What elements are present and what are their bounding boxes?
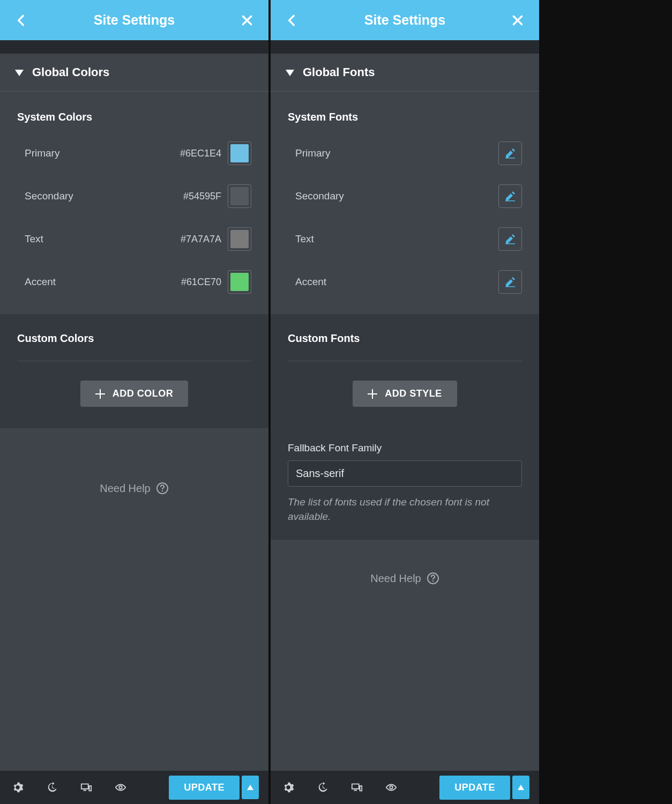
color-label: Text bbox=[25, 233, 43, 245]
chevron-left-icon bbox=[285, 13, 299, 27]
page-title: Site Settings bbox=[32, 12, 236, 28]
settings-button[interactable] bbox=[12, 781, 24, 793]
help-icon bbox=[156, 482, 169, 495]
color-swatch bbox=[230, 230, 249, 248]
svg-point-2 bbox=[119, 786, 122, 789]
need-help-label: Need Help bbox=[100, 482, 151, 495]
update-button[interactable]: UPDATE bbox=[439, 776, 510, 800]
color-row-text: Text #7A7A7A bbox=[0, 218, 268, 260]
back-button[interactable] bbox=[11, 10, 32, 31]
page-title: Site Settings bbox=[303, 12, 507, 28]
pencil-icon bbox=[505, 277, 516, 287]
font-row-accent: Accent bbox=[271, 260, 539, 303]
system-fonts-heading: System Fonts bbox=[271, 92, 539, 132]
preview-button[interactable] bbox=[385, 781, 397, 793]
spacer bbox=[271, 40, 539, 54]
fallback-font-input[interactable] bbox=[288, 460, 522, 487]
color-hex: #54595F bbox=[183, 191, 221, 202]
plus-icon bbox=[368, 389, 377, 399]
update-button[interactable]: UPDATE bbox=[169, 776, 240, 800]
back-button[interactable] bbox=[281, 10, 303, 31]
color-hex: #6EC1E4 bbox=[180, 148, 221, 159]
color-swatch-button[interactable] bbox=[228, 184, 251, 208]
chevron-left-icon bbox=[14, 13, 28, 27]
system-colors-heading: System Colors bbox=[0, 92, 268, 132]
color-swatch bbox=[230, 273, 249, 291]
panel-global-colors: Site Settings Global Colors System Color… bbox=[0, 0, 268, 804]
plus-icon bbox=[95, 389, 105, 399]
font-label: Primary bbox=[295, 147, 330, 159]
update-options-button[interactable] bbox=[512, 776, 529, 799]
gear-icon bbox=[282, 781, 294, 793]
svg-rect-3 bbox=[505, 158, 515, 159]
svg-point-9 bbox=[390, 786, 393, 789]
fallback-font-block: Fallback Font Family The list of fonts u… bbox=[271, 428, 539, 540]
need-help-link[interactable]: Need Help bbox=[0, 428, 268, 516]
chevron-down-icon bbox=[286, 65, 294, 79]
footer-toolbar: UPDATE bbox=[0, 771, 268, 804]
history-button[interactable] bbox=[46, 781, 58, 793]
color-label: Accent bbox=[25, 276, 56, 288]
edit-font-button[interactable] bbox=[498, 270, 522, 294]
custom-colors-heading: Custom Colors bbox=[17, 332, 251, 361]
color-swatch bbox=[230, 144, 249, 162]
footer-toolbar: UPDATE bbox=[271, 771, 539, 804]
add-style-button[interactable]: ADD STYLE bbox=[353, 381, 457, 407]
color-swatch-button[interactable] bbox=[228, 142, 251, 165]
eye-icon bbox=[115, 781, 126, 793]
color-row-primary: Primary #6EC1E4 bbox=[0, 132, 268, 175]
font-label: Accent bbox=[295, 276, 326, 288]
color-hex: #7A7A7A bbox=[181, 234, 221, 245]
settings-button[interactable] bbox=[282, 781, 294, 793]
close-button[interactable] bbox=[236, 10, 258, 31]
svg-point-8 bbox=[432, 580, 434, 582]
eye-icon bbox=[385, 781, 397, 793]
custom-colors-block: Custom Colors ADD COLOR bbox=[0, 314, 268, 428]
history-button[interactable] bbox=[317, 781, 328, 793]
help-icon bbox=[427, 572, 439, 585]
section-title: Global Fonts bbox=[303, 65, 375, 79]
edit-font-button[interactable] bbox=[498, 184, 522, 208]
topbar: Site Settings bbox=[0, 0, 268, 40]
color-swatch-button[interactable] bbox=[228, 270, 251, 294]
font-label: Text bbox=[295, 233, 314, 245]
preview-button[interactable] bbox=[115, 781, 126, 793]
section-header-global-fonts[interactable]: Global Fonts bbox=[271, 54, 539, 92]
responsive-icon bbox=[351, 781, 363, 793]
font-row-text: Text bbox=[271, 218, 539, 260]
update-options-button[interactable] bbox=[242, 776, 259, 799]
add-color-button[interactable]: ADD COLOR bbox=[80, 381, 189, 407]
fallback-font-description: The list of fonts used if the chosen fon… bbox=[288, 495, 522, 524]
custom-fonts-heading: Custom Fonts bbox=[288, 332, 522, 361]
close-icon bbox=[240, 13, 254, 27]
font-row-secondary: Secondary bbox=[271, 175, 539, 218]
close-icon bbox=[511, 13, 525, 27]
add-color-label: ADD COLOR bbox=[113, 388, 174, 399]
chevron-down-icon bbox=[15, 65, 24, 79]
custom-fonts-block: Custom Fonts ADD STYLE bbox=[271, 314, 539, 428]
edit-font-button[interactable] bbox=[498, 142, 522, 165]
font-row-primary: Primary bbox=[271, 132, 539, 175]
update-label: UPDATE bbox=[184, 782, 225, 793]
history-icon bbox=[317, 781, 328, 793]
svg-rect-4 bbox=[505, 200, 515, 202]
topbar: Site Settings bbox=[271, 0, 539, 40]
update-label: UPDATE bbox=[454, 782, 495, 793]
font-label: Secondary bbox=[295, 190, 344, 202]
color-swatch bbox=[230, 187, 249, 205]
pencil-icon bbox=[505, 234, 516, 244]
section-header-global-colors[interactable]: Global Colors bbox=[0, 54, 268, 92]
caret-up-icon bbox=[518, 785, 524, 790]
close-button[interactable] bbox=[507, 10, 528, 31]
pencil-icon bbox=[505, 148, 516, 159]
edit-font-button[interactable] bbox=[498, 227, 522, 251]
color-label: Secondary bbox=[25, 190, 73, 202]
spacer bbox=[0, 40, 268, 54]
history-icon bbox=[46, 781, 58, 793]
add-style-label: ADD STYLE bbox=[385, 388, 442, 399]
responsive-button[interactable] bbox=[80, 781, 92, 793]
responsive-button[interactable] bbox=[351, 781, 363, 793]
color-row-secondary: Secondary #54595F bbox=[0, 175, 268, 218]
need-help-link[interactable]: Need Help bbox=[271, 540, 539, 606]
color-swatch-button[interactable] bbox=[228, 227, 251, 251]
